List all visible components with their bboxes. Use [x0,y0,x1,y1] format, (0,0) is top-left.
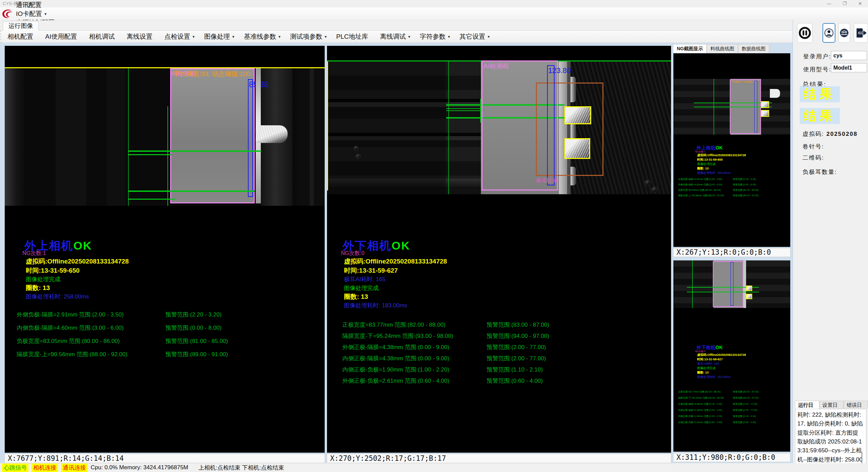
warning-range-text: 预警范围:(81.00 - 85.00) [165,337,228,345]
toolbar-item[interactable]: 点检设置▾ [164,32,195,41]
left-cursor-status: X:7677;Y:891;R:14;G:14;B:14 [4,454,325,463]
bolt [645,180,651,186]
reel-label: 卷针号: [802,143,824,150]
menu-item[interactable]: 通讯配置 [16,1,59,10]
measurement-text: 隔膜宽度-上=90.56mm 范围:(88.00 - 92.00) [17,350,127,358]
toolbar-item[interactable]: 相机配置 [7,32,36,41]
bottom-camera-image: AI检测框 123.80 极耳区域 [327,61,671,194]
chevron-down-icon: ▾ [44,12,47,16]
toolbar-item[interactable]: 离线调试▾ [380,32,410,41]
toolbar-item[interactable]: 离线设置 [127,32,155,41]
menu-item[interactable]: IO卡配置▾ [16,10,59,18]
thumbnail-bottom-camera[interactable]: 外下相机OK NG次数:0 虚拟码:Offline202502081331347… [673,260,791,452]
camera-check-status: 上相机:点检结束 下相机:点检结束 [198,464,284,472]
log-scrollbar[interactable] [862,452,862,463]
camera-link-badge: 相机连接 [32,464,58,472]
chevron-down-icon: ▾ [325,34,327,39]
toolbar-item[interactable]: PLC地址库 [336,32,370,41]
measure-line-green [128,154,171,155]
bottom-camera-view[interactable]: AI检测框 123.80 极耳区域 外下相机OK NG次数:0 虚拟码:Offl… [327,46,671,453]
measurement-row: 外侧正极-负极=2.61mm 范围:(0.60 - 4.00) 预警范围:(0.… [327,377,671,388]
measurement-list: 正极宽度=83.77mm 范围:(82.00 - 88.00) 预警范围:(83… [327,321,671,388]
tab-row: 运行图像 [0,20,793,31]
tab-line-curve[interactable]: 料线曲线图 [707,44,738,53]
measurement-list: 外侧负极-隔膜=2.91mm 范围:(2.00 - 3.50) 预警范围:(2.… [5,311,325,364]
pause-button[interactable] [797,23,813,43]
run-log-text[interactable]: 耗时: 222, 缺陷检测耗时: 17, 缺陷分类耗时: 0, 缺陷提取分区耗时… [795,409,866,471]
measurement-row: 外侧负极-隔膜=2.91mm 范围:(2.00 - 3.50) 预警范围:(2.… [5,311,325,324]
measure-line-green [128,190,255,192]
measurement-text: 外侧正极-负极=2.61mm 范围:(0.60 - 4.00) [342,377,449,385]
tab-settings-log[interactable]: 设置日志 [819,401,844,409]
warning-range-text: 预警范围:(0.60 - 4.00) [487,377,543,385]
tab-data-curve[interactable]: 数据曲线图 [738,44,769,53]
comm-link-badge: 通讯连接 [61,464,88,472]
measurement-text: 内侧负极-隔膜=4.60mm 范围:(3.00 - 6.00) [17,324,124,332]
tab-ng-capture[interactable]: NG截图显示 [673,44,707,53]
user-icon [823,27,835,39]
tab-run-log[interactable]: 运行日志 [795,401,819,409]
cpu-memory-status: Cpu: 0.0% Memory: 3424.41796875M [91,464,188,471]
toolbar-item[interactable]: AI使用配置 [45,32,79,41]
users-group-icon [839,28,850,38]
qr-label: 二维码: [802,154,824,162]
virtual-code: 虚拟码:Offline20250208133134728 [26,257,129,266]
guide-line-vertical [128,68,129,206]
bolt [356,154,361,159]
measurement-row: 内侧正极-负极=1.90mm 范围:(1.00 - 2.20) 预警范围:(1.… [327,366,671,377]
measurement-text: 隔膜宽度-下=95.24mm 范围:(93.00 - 98.00) [342,332,453,340]
ng-count: NG次数:0 [341,250,364,257]
chevron-down-icon: ▾ [193,34,195,39]
pause-icon [798,26,812,40]
tab-area-label: 极耳区域 [536,177,558,184]
chevron-down-icon: ▾ [408,34,410,39]
process-done: 图像处理完成 [344,284,379,292]
toolbar-item[interactable]: 相机调试 [89,32,117,41]
tab-detect-box [564,106,591,124]
ng-count: NG次数:1 [22,250,46,257]
login-user-label: 登录用户: [803,53,831,60]
threshold-overlay-text: 平均阈值:93, 动态阈值:100 [174,70,250,78]
measurement-text: 外侧正极-隔膜=4.38mm 范围:(0.00 - 9.00) [342,343,449,351]
toolbar-item[interactable]: 图像处理▾ [204,32,234,41]
warning-range-text: 预警范围:(83.00 - 87.00) [487,321,549,329]
model-label: 使用型号: [803,66,831,73]
vcode-label: 虚拟码: 20250208 [802,130,857,138]
window-control-button[interactable]: ✕ [852,0,868,7]
user-button[interactable] [822,23,835,43]
exit-button[interactable] [854,23,868,43]
window-titlebar: CYS-视觉检测系统 [0,0,868,7]
ai-box-label: AI检测框 [484,62,509,71]
tab-run-image[interactable]: 运行图像 [3,21,39,31]
process-done: 图像处理完成 [26,275,60,283]
measure-line-green [128,199,175,200]
thumbnail-top-camera[interactable]: 平均阈值:93, 动态阈值:100 外上相机OK NG次数:1 虚拟码:Offl… [673,53,791,247]
toolbar-item[interactable]: 其它设置▾ [459,32,490,41]
tab-error-log[interactable]: 错误日志 [844,401,868,409]
measurement-text: 正极宽度=83.77mm 范围:(82.00 - 88.00) [342,321,446,329]
login-user-input[interactable] [831,51,867,60]
model-input[interactable] [831,63,867,72]
toolbar-item[interactable]: 字符参数▾ [420,32,450,41]
measurement-text: 内侧正极-负极=1.90mm 范围:(1.00 - 2.20) [342,366,449,374]
toolbar-item[interactable]: 测试项参数▾ [290,32,327,41]
warning-range-text: 预警范围:(89.00 - 91.00) [165,350,228,358]
tab-detect-box [564,138,590,159]
window-control-button[interactable]: — [821,0,837,7]
users-button[interactable] [838,23,850,43]
bolt [651,186,657,193]
thumb2-cursor-status: X:311;Y:980;R:0;G:0;B:0 [673,453,791,462]
heartbeat-badge: 心跳信号 [2,464,29,472]
left-camera-view[interactable]: AI检测框 平均阈值:93, 动态阈值:100 85.88 外上相机OK NG次… [4,46,325,453]
toolbar-item[interactable]: 基准线参数▾ [244,32,281,41]
warning-range-text: 预警范围:(0.00 - 8.00) [165,324,221,332]
measurement-row: 隔膜宽度-下=95.24mm 范围:(93.00 - 98.00) 预警范围:(… [327,332,671,343]
warning-range-text: 预警范围:(2.20 - 3.20) [165,311,221,319]
vcode-value: 20250208 [826,131,857,137]
chevron-down-icon: ▾ [278,34,281,39]
turn-count: 圈数: 13 [344,292,368,301]
warning-range-text: 预警范围:(2.00 - 77.00) [487,355,546,362]
window-control-button[interactable]: ❐ [837,0,852,7]
right-sidebar: 登录用户: 使用型号: 总结果: 结果 结果 虚拟码: 20250208 卷针号… [793,20,868,472]
frame-time: 时间:13-31-59-650 [26,266,79,275]
